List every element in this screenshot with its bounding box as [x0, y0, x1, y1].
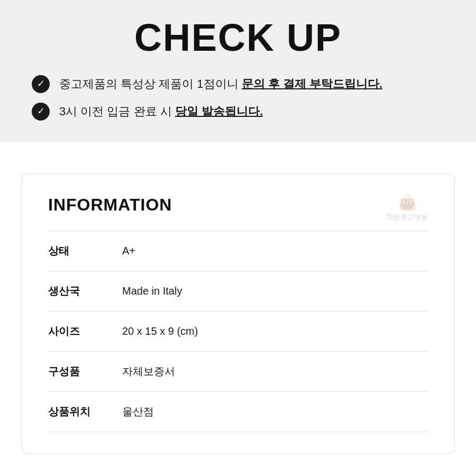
- info-label-3: 구성품: [48, 352, 122, 392]
- checklist-item-2: ✓ 3시 이전 입금 완료 시 당일 발송됩니다.: [32, 103, 444, 121]
- info-title: INFORMATION: [48, 195, 428, 215]
- info-label-2: 사이즈: [48, 312, 122, 352]
- checklist-text-2: 3시 이전 입금 완료 시 당일 발송됩니다.: [59, 104, 263, 120]
- info-value-3: 자체보증서: [122, 352, 428, 392]
- checklist-item-1: ✓ 중고제품의 특성상 제품이 1점이니 문의 후 결제 부탁드립니다.: [32, 75, 444, 93]
- info-label-1: 생산국: [48, 271, 122, 312]
- table-row: 구성품자체보증서: [48, 352, 428, 392]
- watermark: 👜 착한중고명품: [387, 193, 428, 222]
- checklist: ✓ 중고제품의 특성상 제품이 1점이니 문의 후 결제 부탁드립니다. ✓ 3…: [32, 75, 444, 121]
- info-value-4: 울산점: [122, 392, 428, 432]
- main-title: CHECK UP: [21, 16, 455, 59]
- info-section: INFORMATION 👜 착한중고명품 상태A+생산국Made in Ital…: [21, 173, 455, 454]
- info-value-1: Made in Italy: [122, 271, 428, 312]
- checklist-text-1: 중고제품의 특성상 제품이 1점이니 문의 후 결제 부탁드립니다.: [59, 76, 382, 93]
- info-label-0: 상태: [48, 231, 122, 271]
- spacer: [0, 142, 476, 173]
- watermark-text: 착한중고명품: [387, 213, 428, 221]
- header-section: CHECK UP ✓ 중고제품의 특성상 제품이 1점이니 문의 후 결제 부탁…: [0, 0, 476, 142]
- check-icon-2: ✓: [32, 103, 50, 121]
- info-table: 상태A+생산국Made in Italy사이즈20 x 15 x 9 (cm)구…: [48, 231, 428, 432]
- check-icon-1: ✓: [32, 75, 50, 93]
- table-row: 사이즈20 x 15 x 9 (cm): [48, 312, 428, 352]
- info-value-0: A+: [122, 231, 428, 271]
- info-value-2: 20 x 15 x 9 (cm): [122, 312, 428, 352]
- info-label-4: 상품위치: [48, 392, 122, 432]
- watermark-icon: 👜: [387, 193, 428, 212]
- table-row: 생산국Made in Italy: [48, 271, 428, 312]
- table-row: 상태A+: [48, 231, 428, 271]
- table-row: 상품위치울산점: [48, 392, 428, 432]
